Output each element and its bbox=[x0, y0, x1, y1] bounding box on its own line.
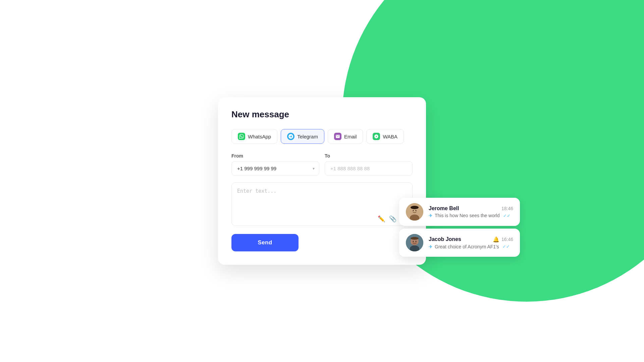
svg-point-11 bbox=[416, 241, 417, 242]
notif-header-jerome: Jerome Bell 18:46 bbox=[429, 205, 513, 212]
time-bell-wrapper: 🔔 16:46 bbox=[493, 236, 513, 243]
telegram-msg-icon-jerome: ✈ bbox=[429, 213, 433, 218]
avatar-jacob bbox=[406, 234, 423, 251]
telegram-msg-icon-jacob: ✈ bbox=[429, 244, 433, 249]
svg-point-5 bbox=[416, 210, 417, 211]
from-select[interactable]: +1 999 999 99 99 bbox=[231, 161, 319, 176]
main-container: New message WhatsApp Telegram bbox=[218, 97, 426, 265]
tab-waba[interactable]: WABA bbox=[366, 129, 404, 144]
from-label: From bbox=[231, 153, 319, 159]
notifications-container: Jerome Bell 18:46 ✈ This is how Neo sees… bbox=[399, 198, 520, 257]
tab-telegram[interactable]: Telegram bbox=[281, 129, 324, 144]
svg-point-9 bbox=[411, 237, 419, 240]
svg-point-4 bbox=[413, 210, 414, 211]
avatar-jerome bbox=[406, 203, 423, 221]
to-input[interactable] bbox=[325, 161, 413, 176]
from-field-group: From +1 999 999 99 99 ▾ bbox=[231, 153, 319, 176]
notif-msg-text-jacob: Great choice of Acronym AF1's bbox=[435, 244, 499, 249]
email-icon bbox=[334, 133, 341, 140]
telegram-icon bbox=[287, 133, 294, 140]
attachment-icon[interactable]: 📎 bbox=[389, 215, 396, 223]
notif-time-jerome: 18:46 bbox=[501, 206, 513, 211]
telegram-tab-label: Telegram bbox=[297, 134, 318, 139]
whatsapp-tab-label: WhatsApp bbox=[248, 134, 271, 139]
message-area-wrapper: ✏️ 📎 😊 bbox=[231, 182, 413, 227]
svg-point-10 bbox=[413, 241, 414, 242]
notif-content-jacob: Jacob Jones 🔔 16:46 ✈ Great choice of Ac… bbox=[429, 236, 513, 249]
to-label: To bbox=[325, 153, 413, 159]
waba-tab-label: WABA bbox=[383, 134, 397, 139]
whatsapp-icon bbox=[238, 133, 245, 140]
to-field-group: To bbox=[325, 153, 413, 176]
notification-jacob[interactable]: Jacob Jones 🔔 16:46 ✈ Great choice of Ac… bbox=[399, 229, 520, 257]
email-tab-label: Email bbox=[344, 134, 357, 139]
from-select-wrapper: +1 999 999 99 99 ▾ bbox=[231, 161, 319, 176]
new-message-card: New message WhatsApp Telegram bbox=[218, 97, 426, 265]
fields-row: From +1 999 999 99 99 ▾ To bbox=[231, 153, 413, 176]
send-button[interactable]: Send bbox=[231, 234, 299, 251]
notif-header-jacob: Jacob Jones 🔔 16:46 bbox=[429, 236, 513, 243]
notif-message-jerome: ✈ This is how Neo sees the world ✓✓ bbox=[429, 213, 513, 218]
notif-check-jacob: ✓✓ bbox=[502, 244, 510, 249]
notif-content-jerome: Jerome Bell 18:46 ✈ This is how Neo sees… bbox=[429, 205, 513, 218]
channel-tabs: WhatsApp Telegram Email bbox=[231, 129, 413, 144]
bell-icon: 🔔 bbox=[493, 236, 499, 243]
notif-message-jacob: ✈ Great choice of Acronym AF1's ✓✓ bbox=[429, 244, 513, 249]
tab-whatsapp[interactable]: WhatsApp bbox=[231, 129, 277, 144]
tab-email[interactable]: Email bbox=[328, 129, 363, 144]
notif-check-jerome: ✓✓ bbox=[503, 213, 511, 218]
notif-name-jacob: Jacob Jones bbox=[429, 236, 461, 242]
typing-icon[interactable]: ✏️ bbox=[378, 215, 385, 223]
notification-jerome[interactable]: Jerome Bell 18:46 ✈ This is how Neo sees… bbox=[399, 198, 520, 226]
svg-point-12 bbox=[412, 243, 417, 245]
waba-icon bbox=[373, 133, 380, 140]
svg-point-3 bbox=[411, 206, 419, 209]
notif-name-jerome: Jerome Bell bbox=[429, 205, 459, 212]
notif-time-jacob: 16:46 bbox=[501, 237, 513, 242]
notif-msg-text-jerome: This is how Neo sees the world bbox=[435, 213, 500, 218]
card-title: New message bbox=[231, 109, 413, 120]
